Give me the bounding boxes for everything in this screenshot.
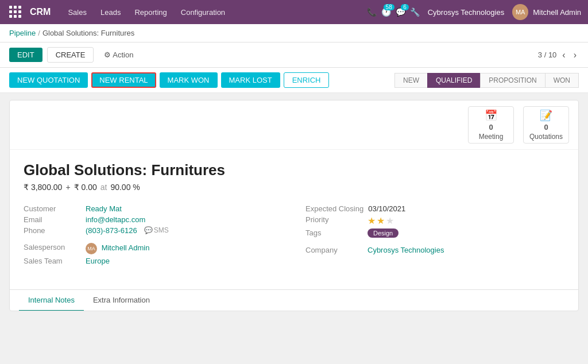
- quotations-widget[interactable]: 📝 0 Quotations: [523, 106, 569, 144]
- user-name: Mitchell Admin: [533, 8, 581, 17]
- pipeline-stages: NEW QUALIFIED PROPOSITION WON: [395, 73, 579, 88]
- tags-field: Tags Design: [305, 227, 564, 239]
- record-subtitle: ₹ 3,800.00 + ₹ 0.00 at 90.00 %: [24, 183, 564, 192]
- action-button[interactable]: ⚙ Action: [98, 48, 139, 62]
- company-value[interactable]: Cybrosys Technologies: [368, 246, 444, 254]
- nav-right: 📞 🕐 58 💬 6 🔧 Cybrosys Technologies MA Mi…: [367, 4, 581, 20]
- star-3[interactable]: ★: [386, 215, 394, 226]
- phone-label: Phone: [24, 226, 81, 235]
- phone-icon[interactable]: 📞: [367, 7, 377, 17]
- phone-field: Phone (803)-873-6126 💬 SMS: [24, 225, 283, 236]
- widgets-row: 📅 0 Meeting 📝 0 Quotations: [10, 100, 578, 150]
- mark-won-button[interactable]: MARK WON: [160, 72, 218, 88]
- meeting-widget[interactable]: 📅 0 Meeting: [468, 106, 514, 144]
- customer-label: Customer: [24, 204, 81, 213]
- stage-new[interactable]: NEW: [394, 73, 428, 88]
- customer-value[interactable]: Ready Mat: [86, 204, 122, 213]
- priority-label: Priority: [305, 215, 363, 224]
- sales-team-field: Sales Team Europe: [24, 255, 283, 266]
- stage-won[interactable]: WON: [545, 73, 579, 88]
- extra-amount: ₹ 0.00: [74, 183, 97, 192]
- record-title: Global Solutions: Furnitures: [24, 161, 564, 179]
- fields-grid: Customer Ready Mat Email info@deltapc.co…: [24, 203, 564, 266]
- record-body: Global Solutions: Furnitures ₹ 3,800.00 …: [10, 150, 578, 289]
- sales-team-value[interactable]: Europe: [86, 257, 110, 265]
- message-badge: 6: [401, 4, 409, 10]
- amount: ₹ 3,800.00: [24, 183, 62, 192]
- status-bar: NEW QUOTATION NEW RENTAL MARK WON MARK L…: [0, 68, 588, 93]
- pagination-text: 3 / 10: [538, 51, 557, 59]
- email-field: Email info@deltapc.com: [24, 214, 283, 225]
- create-button[interactable]: CREATE: [47, 47, 94, 63]
- priority-field: Priority ★ ★ ★: [305, 214, 564, 227]
- next-arrow[interactable]: ›: [571, 49, 579, 61]
- breadcrumb-current: Global Solutions: Furnitures: [42, 29, 134, 37]
- salesperson-label: Salesperson: [24, 243, 81, 251]
- action-bar: EDIT CREATE ⚙ Action 3 / 10 ‹ ›: [0, 42, 588, 68]
- breadcrumb: Pipeline / Global Solutions: Furnitures: [0, 24, 588, 42]
- tag-design[interactable]: Design: [368, 229, 399, 238]
- tags-label: Tags: [305, 229, 363, 237]
- content-area: 📅 0 Meeting 📝 0 Quotations Global Soluti…: [0, 93, 588, 318]
- closing-label: Expected Closing: [305, 204, 363, 213]
- company-name: Cybrosys Technologies: [428, 8, 504, 17]
- new-quotation-button[interactable]: NEW QUOTATION: [9, 72, 88, 88]
- apps-menu-icon[interactable]: [7, 3, 24, 21]
- salesperson-name[interactable]: Mitchell Admin: [102, 243, 150, 252]
- meeting-label: Meeting: [479, 133, 504, 141]
- priority-stars[interactable]: ★ ★ ★: [368, 215, 394, 226]
- nav-sales[interactable]: Sales: [62, 6, 92, 19]
- at-text: at: [100, 183, 107, 192]
- quotations-count: 0: [544, 123, 548, 131]
- enrich-button[interactable]: ENRICH: [284, 72, 330, 88]
- phone-value[interactable]: (803)-873-6126: [86, 226, 137, 235]
- star-2[interactable]: ★: [377, 215, 385, 226]
- sales-team-label: Sales Team: [24, 257, 81, 265]
- tab-extra-information[interactable]: Extra Information: [84, 290, 159, 311]
- percent-value: 90.00 %: [110, 183, 140, 192]
- company-field: Company Cybrosys Technologies: [305, 245, 564, 255]
- mark-lost-button[interactable]: MARK LOST: [221, 72, 280, 88]
- top-navigation: CRM Sales Leads Reporting Configuration …: [0, 0, 588, 24]
- closing-value: 03/10/2021: [368, 204, 405, 213]
- breadcrumb-parent[interactable]: Pipeline: [9, 29, 36, 37]
- calendar-icon: 📅: [485, 109, 497, 122]
- breadcrumb-separator: /: [38, 29, 40, 37]
- nav-reporting[interactable]: Reporting: [129, 6, 172, 19]
- settings-icon[interactable]: 🔧: [410, 7, 420, 17]
- email-label: Email: [24, 215, 81, 224]
- tabs-bar: Internal Notes Extra Information: [10, 289, 578, 311]
- clock-badge: 58: [384, 4, 394, 10]
- nav-configuration[interactable]: Configuration: [175, 6, 231, 19]
- plus-sign: +: [65, 183, 70, 192]
- record-card: 📅 0 Meeting 📝 0 Quotations Global Soluti…: [9, 100, 579, 311]
- clock-icon[interactable]: 🕐 58: [381, 7, 391, 17]
- star-1[interactable]: ★: [368, 215, 376, 226]
- user-avatar[interactable]: MA: [512, 4, 528, 20]
- right-fields: Expected Closing 03/10/2021 Priority ★ ★…: [305, 203, 564, 266]
- sms-label: SMS: [154, 226, 169, 234]
- salesperson-avatar: MA: [86, 243, 97, 254]
- meeting-count: 0: [489, 123, 493, 131]
- message-icon[interactable]: 💬 6: [396, 7, 405, 17]
- sms-button[interactable]: 💬 SMS: [142, 226, 171, 234]
- company-label: Company: [305, 246, 363, 254]
- stage-proposition[interactable]: PROPOSITION: [480, 73, 545, 88]
- salesperson-field: Salesperson MA Mitchell Admin: [24, 242, 283, 255]
- closing-field: Expected Closing 03/10/2021: [305, 203, 564, 214]
- left-fields: Customer Ready Mat Email info@deltapc.co…: [24, 203, 283, 266]
- quotations-label: Quotations: [529, 133, 563, 141]
- nav-leads[interactable]: Leads: [95, 6, 126, 19]
- quotation-icon: 📝: [540, 109, 552, 122]
- prev-arrow[interactable]: ‹: [560, 49, 567, 61]
- pagination: 3 / 10 ‹ ›: [538, 49, 579, 61]
- sms-icon: 💬: [144, 226, 153, 234]
- new-rental-button[interactable]: NEW RENTAL: [91, 72, 156, 88]
- tab-internal-notes[interactable]: Internal Notes: [19, 290, 84, 311]
- edit-button[interactable]: EDIT: [9, 48, 42, 62]
- stage-qualified[interactable]: QUALIFIED: [427, 73, 481, 88]
- email-value[interactable]: info@deltapc.com: [86, 215, 145, 224]
- brand-logo[interactable]: CRM: [30, 7, 51, 17]
- salesperson-value: MA Mitchell Admin: [86, 243, 149, 254]
- customer-field: Customer Ready Mat: [24, 203, 283, 214]
